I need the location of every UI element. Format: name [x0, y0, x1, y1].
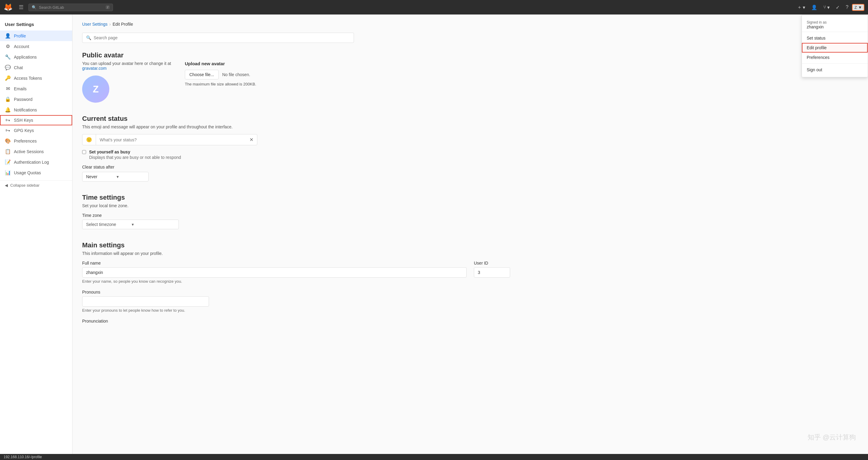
dropdown-preferences[interactable]: Preferences — [802, 53, 868, 62]
avatar-section-title: Public avatar — [82, 51, 858, 59]
sidebar-item-preferences[interactable]: 🎨 Preferences — [0, 135, 72, 146]
busy-checkbox[interactable] — [82, 150, 86, 154]
sidebar-item-profile[interactable]: 👤 Profile — [0, 31, 72, 41]
sidebar-item-label: SSH Keys — [14, 118, 33, 123]
upload-title: Upload new avatar — [185, 61, 858, 66]
sessions-icon: 📋 — [5, 149, 11, 154]
sidebar-title: User Settings — [0, 19, 72, 31]
hamburger-icon[interactable]: ☰ — [16, 3, 26, 12]
userid-input — [474, 267, 510, 278]
sidebar-item-label: Profile — [14, 33, 26, 38]
top-navbar: 🦊 ☰ 🔍 Search GitLab / ＋ ▾ 👤 ⑂ ▾ ✓ ? Z ▼ — [0, 0, 868, 14]
busy-label: Set yourself as busy Displays that you a… — [89, 150, 181, 160]
timezone-label: Time zone — [82, 213, 858, 218]
pronouns-input[interactable] — [82, 296, 209, 307]
sidebar-item-chat[interactable]: 💬 Chat — [0, 62, 72, 73]
profile-icon: 👤 — [5, 33, 11, 39]
avatar-placeholder: Z — [82, 75, 109, 103]
merge-requests-btn[interactable]: ⑂ ▾ — [821, 3, 832, 12]
navbar-right: ＋ ▾ 👤 ⑂ ▾ ✓ ? Z ▼ — [795, 2, 864, 12]
account-icon: ⚙ — [5, 43, 11, 49]
ssh-icon: 🗝 — [5, 118, 11, 123]
issues-icon: ✓ — [836, 4, 840, 10]
sidebar-item-label: Password — [14, 97, 32, 102]
time-section-desc: Set your local time zone. — [82, 203, 858, 208]
sidebar-item-label: Applications — [14, 55, 37, 60]
clear-status-label: Clear status after — [82, 164, 858, 170]
status-emoji-btn[interactable]: 🙂 — [83, 134, 96, 145]
status-section-title: Current status — [82, 115, 858, 123]
choose-file-btn[interactable]: Choose file... — [185, 70, 219, 80]
sidebar-item-password[interactable]: 🔒 Password — [0, 94, 72, 104]
main-settings-section: Main settings This information will appe… — [82, 241, 858, 324]
pronouns-hint: Enter your pronouns to let people know h… — [82, 308, 858, 313]
sidebar-item-emails[interactable]: ✉ Emails — [0, 83, 72, 94]
timezone-select[interactable]: Select timezone ▾ — [82, 220, 179, 229]
sidebar-item-notifications[interactable]: 🔔 Notifications — [0, 104, 72, 115]
issues-btn[interactable]: ✓ — [833, 3, 842, 12]
avatar-desc: You can upload your avatar here or chang… — [82, 61, 173, 71]
profile-icon-btn[interactable]: 👤 — [809, 3, 820, 12]
email-icon: ✉ — [5, 86, 11, 92]
collapse-sidebar[interactable]: ◀ Collapse sidebar — [0, 180, 72, 190]
fullname-input[interactable] — [82, 267, 467, 278]
collapse-label: Collapse sidebar — [10, 183, 39, 188]
sidebar-item-access-tokens[interactable]: 🔑 Access Tokens — [0, 73, 72, 83]
search-input[interactable] — [94, 35, 350, 40]
clear-status-select[interactable]: Never ▾ — [82, 172, 149, 182]
main-content: User Settings › Edit Profile 🔍 Public av… — [72, 14, 868, 460]
sidebar-item-usage-quotas[interactable]: 📊 Usage Quotas — [0, 167, 72, 178]
plus-icon: ＋ — [797, 4, 802, 10]
signed-in-label: Signed in as — [807, 20, 863, 25]
sidebar-item-label: Usage Quotas — [14, 170, 41, 175]
status-clear-btn[interactable]: ✕ — [246, 134, 257, 145]
applications-icon: 🔧 — [5, 54, 11, 60]
sidebar-item-label: Preferences — [14, 139, 36, 144]
name-userid-row: Full name Enter your name, so people you… — [82, 260, 858, 290]
preferences-icon: 🎨 — [5, 138, 11, 144]
avatar-menu-btn[interactable]: Z ▼ — [852, 4, 864, 11]
breadcrumb-parent[interactable]: User Settings — [82, 22, 107, 27]
pronouns-group: Pronouns Enter your pronouns to let peop… — [82, 290, 858, 313]
sidebar-item-label: Chat — [14, 65, 23, 70]
main-settings-title: Main settings — [82, 241, 858, 249]
pronunciation-label: Pronunciation — [82, 319, 858, 324]
status-input[interactable] — [96, 135, 246, 145]
dropdown-sign-out[interactable]: Sign out — [802, 65, 868, 74]
sidebar-item-gpg-keys[interactable]: 🗝 GPG Keys — [0, 125, 72, 135]
gpg-icon: 🗝 — [5, 128, 11, 133]
sidebar-item-label: Emails — [14, 86, 27, 91]
help-btn[interactable]: ? — [843, 3, 851, 12]
current-status-section: Current status This emoji and message wi… — [82, 115, 858, 182]
auth-log-icon: 📝 — [5, 159, 11, 165]
avatar-upload-row: Choose file... No file chosen. — [185, 70, 858, 80]
sidebar-item-ssh-keys[interactable]: 🗝 SSH Keys — [0, 115, 72, 125]
time-section-title: Time settings — [82, 194, 858, 202]
chat-icon: 💬 — [5, 65, 11, 70]
sidebar-item-account[interactable]: ⚙ Account — [0, 41, 72, 52]
create-btn[interactable]: ＋ ▾ — [795, 2, 808, 12]
time-settings-section: Time settings Set your local time zone. … — [82, 194, 858, 229]
dropdown-header: Signed in as zhangxin — [802, 17, 868, 32]
fullname-hint: Enter your name, so people you know can … — [82, 279, 467, 284]
password-icon: 🔒 — [5, 96, 11, 102]
dropdown-edit-profile[interactable]: Edit profile — [802, 43, 868, 53]
sidebar-item-active-sessions[interactable]: 📋 Active Sessions — [0, 146, 72, 157]
chevron-down-icon: ▾ — [117, 174, 145, 179]
sidebar-item-applications[interactable]: 🔧 Applications — [0, 52, 72, 62]
gitlab-logo[interactable]: 🦊 — [4, 3, 13, 11]
busy-checkbox-row: Set yourself as busy Displays that you a… — [82, 150, 858, 160]
gravatar-link[interactable]: gravatar.com — [82, 66, 106, 71]
status-input-row: 🙂 ✕ — [82, 134, 257, 145]
global-search[interactable]: 🔍 Search GitLab / — [28, 4, 113, 11]
sidebar: User Settings 👤 Profile ⚙ Account 🔧 Appl… — [0, 14, 72, 460]
fullname-group: Full name Enter your name, so people you… — [82, 260, 467, 284]
page-search-bar[interactable]: 🔍 — [82, 33, 354, 43]
main-settings-desc: This information will appear on your pro… — [82, 251, 858, 256]
search-icon: 🔍 — [32, 5, 36, 10]
token-icon: 🔑 — [5, 75, 11, 81]
merge-icon: ⑂ — [823, 4, 826, 10]
sidebar-item-authentication-log[interactable]: 📝 Authentication Log — [0, 157, 72, 167]
dropdown-set-status[interactable]: Set status — [802, 33, 868, 43]
sidebar-item-label: GPG Keys — [14, 128, 34, 133]
